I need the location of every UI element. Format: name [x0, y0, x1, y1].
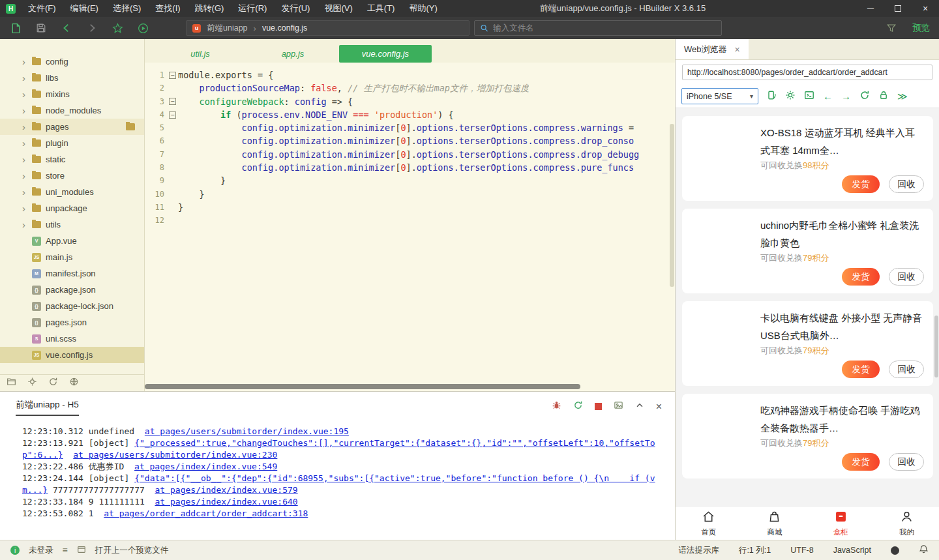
preview-scrollbar[interactable] — [934, 316, 938, 377]
ship-button[interactable]: 发货 — [842, 361, 880, 378]
tree-item[interactable]: › pages — [0, 119, 144, 135]
fold-toggle[interactable]: − — [167, 108, 178, 121]
fold-minus-icon[interactable]: − — [169, 111, 176, 119]
line-number[interactable]: 2 — [145, 81, 167, 95]
product-card[interactable]: XO-BS18 运动蓝牙耳机 经典半入耳式耳塞 14mm全… 可回收兑换98积分… — [682, 116, 933, 201]
line-number[interactable]: 8 — [145, 161, 167, 174]
breadcrumb-project[interactable]: 前端uniapp — [207, 23, 248, 34]
clear-console-button[interactable]: × — [656, 402, 662, 411]
browser-forward-button[interactable]: → — [841, 91, 851, 101]
tree-item[interactable]: › config — [0, 53, 144, 70]
forward-button[interactable] — [84, 20, 100, 37]
browser-tab[interactable]: Web浏览器 × — [676, 39, 749, 59]
console-source-link[interactable]: at pages/users/submitorder/index.vue:195 — [145, 426, 349, 436]
tabbar-item[interactable]: 商城 — [741, 507, 807, 540]
close-button[interactable]: × — [912, 0, 939, 17]
fold-toggle[interactable] — [167, 81, 178, 95]
filter-button[interactable] — [884, 20, 899, 37]
menu-item[interactable]: 选择(S) — [106, 0, 148, 17]
menu-item[interactable]: 查找(I) — [148, 0, 187, 17]
menu-item[interactable]: 发行(U) — [274, 0, 317, 17]
tree-item[interactable]: JS vue.config.js — [0, 347, 144, 363]
line-number[interactable]: 9 — [145, 174, 167, 187]
tree-item[interactable]: JS main.js — [0, 249, 144, 265]
breadcrumb-file[interactable]: vue.config.js — [262, 23, 307, 33]
scrollbar-thumb[interactable] — [145, 384, 580, 389]
statusbar-item[interactable]: UTF-8 — [790, 546, 813, 555]
fold-minus-icon[interactable]: − — [169, 98, 176, 105]
open-folder-button[interactable] — [7, 377, 16, 389]
save-button[interactable] — [33, 20, 49, 37]
console-tab[interactable]: 前端uniapp - H5 — [16, 399, 79, 416]
menu-item[interactable]: 编辑(E) — [63, 0, 106, 17]
fold-toggle[interactable] — [167, 148, 178, 161]
line-number[interactable]: 7 — [145, 148, 167, 161]
fold-toggle[interactable] — [167, 188, 178, 201]
fold-minus-icon[interactable]: − — [169, 72, 176, 79]
tree-item[interactable]: › unpackage — [0, 200, 144, 216]
line-number[interactable]: 3 — [145, 95, 167, 108]
editor-horizontal-scrollbar[interactable] — [145, 384, 675, 389]
search-input[interactable] — [493, 23, 716, 33]
devtools-button[interactable] — [804, 90, 814, 103]
recycle-button[interactable]: 回收 — [889, 268, 924, 286]
tree-item[interactable]: {} package.json — [0, 282, 144, 298]
ship-button[interactable]: 发货 — [842, 175, 880, 193]
console-toggle-button[interactable]: ≡ — [63, 545, 68, 555]
tree-item[interactable]: › uni_modules — [0, 184, 144, 200]
recycle-button[interactable]: 回收 — [889, 175, 924, 193]
file-search[interactable] — [474, 20, 722, 36]
menu-item[interactable]: 运行(R) — [231, 0, 274, 17]
ship-button[interactable]: 发货 — [842, 268, 880, 286]
rotate-device-button[interactable] — [766, 90, 777, 103]
code-area[interactable]: 1 − module.exports = { 2 productionSourc… — [145, 63, 675, 228]
favorite-button[interactable] — [110, 20, 125, 37]
product-card[interactable]: 卡以电脑有线键盘 外接小型 无声静音USB台式电脑外… 可回收兑换79积分 发货… — [682, 301, 933, 386]
line-number[interactable]: 1 — [145, 68, 167, 81]
tree-item[interactable]: › node_modules — [0, 102, 144, 119]
tree-item[interactable]: › static — [0, 151, 144, 168]
bell-button[interactable] — [919, 544, 929, 556]
tree-item[interactable]: {} pages.json — [0, 314, 144, 331]
more-tools-button[interactable]: ≫ — [897, 91, 908, 101]
line-number[interactable]: 12 — [145, 214, 167, 227]
console-source-link[interactable]: at pages/index/index.vue:549 — [134, 462, 277, 471]
fold-toggle[interactable]: − — [167, 95, 178, 108]
menu-item[interactable]: 工具(T) — [360, 0, 402, 17]
tabbar-item[interactable]: 盒柜 — [808, 507, 874, 540]
console-source-link[interactable]: at pages/order_addcart/order_addcart:318 — [104, 508, 308, 518]
line-number[interactable]: 5 — [145, 121, 167, 134]
console-source-link[interactable]: at pages/index/index.vue:579 — [155, 485, 298, 495]
browser-back-button[interactable]: ← — [823, 91, 833, 101]
web-button[interactable] — [69, 377, 79, 389]
device-select[interactable]: iPhone 5/SE ▾ — [681, 88, 758, 104]
tabbar-item[interactable]: 我的 — [874, 507, 939, 540]
line-number[interactable]: 4 — [145, 108, 167, 121]
export-log-button[interactable] — [614, 400, 623, 413]
new-file-button[interactable] — [8, 20, 23, 37]
restart-button[interactable] — [573, 400, 583, 413]
tree-item[interactable]: {} package-lock.json — [0, 298, 144, 314]
editor-vertical-scrollbar[interactable] — [670, 124, 674, 287]
line-number[interactable]: 10 — [145, 188, 167, 201]
fold-toggle[interactable] — [167, 161, 178, 174]
editor-tab[interactable]: util.js — [154, 45, 246, 63]
login-status[interactable]: 未登录 — [29, 545, 53, 556]
open-previous-preview[interactable]: 打开上一个预览文件 — [95, 545, 169, 556]
run-button[interactable] — [135, 20, 151, 37]
tree-item[interactable]: S uni.scss — [0, 331, 144, 347]
fold-toggle[interactable] — [167, 214, 178, 227]
console-source-link[interactable]: at pages/index/index.vue:640 — [155, 497, 298, 507]
menu-item[interactable]: 视图(V) — [317, 0, 359, 17]
tree-item[interactable]: › libs — [0, 70, 144, 86]
browser-refresh-button[interactable] — [859, 90, 870, 103]
statusbar-item[interactable]: 行:1 列:1 — [739, 545, 771, 556]
tree-item[interactable]: › utils — [0, 216, 144, 233]
menu-item[interactable]: 文件(F) — [21, 0, 63, 17]
breadcrumb[interactable]: u 前端uniapp › vue.config.js — [186, 20, 470, 36]
tree-item[interactable]: M manifest.json — [0, 265, 144, 282]
line-number[interactable]: 11 — [145, 201, 167, 214]
menu-item[interactable]: 帮助(Y) — [402, 0, 444, 17]
editor-tab[interactable]: app.js — [246, 45, 339, 63]
fold-toggle[interactable] — [167, 121, 178, 134]
